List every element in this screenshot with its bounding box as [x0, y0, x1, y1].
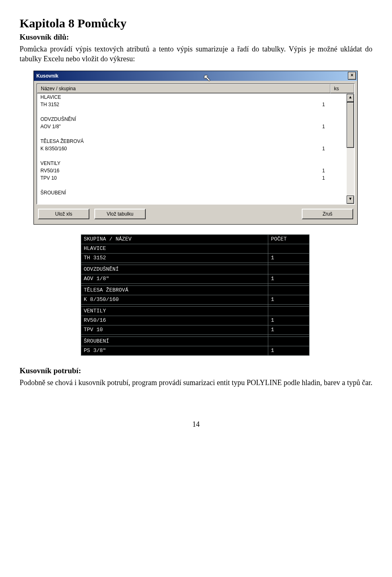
page-number: 14 [20, 420, 372, 429]
cad-cell-name: PS 3/8" [81, 346, 268, 355]
dialog-title: Kusovník [36, 73, 348, 79]
cad-cell-name: TH 3152 [81, 253, 268, 263]
list-cell-name: VENTILY [40, 160, 322, 167]
list-cell-name: AOV 1/8" [40, 123, 322, 130]
cad-cell-count [268, 265, 310, 274]
cad-row: ODVZDUŠNĚNÍ [81, 265, 310, 274]
cad-cell-name: ODVZDUŠNĚNÍ [81, 265, 268, 274]
cad-cell-name: K 8/350/160 [81, 295, 268, 304]
cad-row: VENTILY [81, 306, 310, 316]
cad-cell-count [268, 306, 310, 316]
list-row[interactable]: TH 31521 [37, 101, 354, 108]
section-title-kusovnik-dilu: Kusovník dílů: [20, 33, 372, 42]
kusovnik-dialog: Kusovník ↖ × Název / skupina ks HLAVICET… [33, 71, 358, 225]
list-row[interactable] [37, 152, 354, 160]
scroll-down-button[interactable]: ▼ [347, 196, 354, 204]
scroll-track[interactable] [347, 148, 354, 196]
list-cell-name [40, 108, 322, 116]
cad-cell-name: RV50/16 [81, 316, 268, 325]
cad-table-image: SKUPINA / NÁZEV POČET HLAVICETH 31521ODV… [81, 234, 310, 356]
cad-cell-count: 1 [268, 253, 310, 263]
save-xls-button[interactable]: Ulož xls [38, 209, 89, 219]
scroll-up-button[interactable]: ▲ [347, 94, 354, 102]
list-cell-name: TH 3152 [40, 101, 322, 108]
list-row[interactable]: TĚLESA ŽEBROVÁ [37, 138, 354, 145]
cad-row: HLAVICE [81, 244, 310, 253]
close-button[interactable]: × [348, 72, 356, 80]
cad-header-row: SKUPINA / NÁZEV POČET [81, 234, 310, 244]
list-cell-name [40, 182, 322, 189]
cad-cell-name: TPV 10 [81, 325, 268, 334]
cad-cell-count: 1 [268, 346, 310, 355]
list-row[interactable]: ŠROUBENÍ [37, 189, 354, 196]
cad-row: TPV 101 [81, 325, 310, 334]
list-row[interactable] [37, 182, 354, 189]
cad-cell-count: 1 [268, 316, 310, 325]
cad-row: PS 3/8"1 [81, 346, 310, 355]
list-cell-name: TĚLESA ŽEBROVÁ [40, 138, 322, 145]
list-row[interactable] [37, 130, 354, 138]
cad-cell-name: HLAVICE [81, 244, 268, 253]
col-ks[interactable]: ks [330, 84, 354, 93]
list-row[interactable]: RV50/161 [37, 167, 354, 174]
list-cell-name [40, 152, 322, 160]
cad-cell-name: ŠROUBENÍ [81, 336, 268, 346]
list-row[interactable]: ODVZDUŠNĚNÍ [37, 116, 354, 123]
list-cell-name: ODVZDUŠNĚNÍ [40, 116, 322, 123]
list-body[interactable]: HLAVICETH 31521ODVZDUŠNĚNÍAOV 1/8"1TĚLES… [37, 94, 354, 204]
list-cell-name: K 8/350/160 [40, 145, 322, 152]
list-cell-name: HLAVICE [40, 94, 322, 101]
cad-cell-count: 1 [268, 295, 310, 304]
cad-cell-name: AOV 1/8" [81, 274, 268, 283]
cad-cell-count: 1 [268, 325, 310, 334]
cad-hdr-count: POČET [268, 234, 310, 244]
list-row[interactable]: VENTILY [37, 160, 354, 167]
cad-row: RV50/161 [81, 316, 310, 325]
dialog-button-row: Ulož xls Vlož tabulku Zruš [36, 205, 355, 222]
section-title-kusovnik-potrubi: Kusovník potrubí: [20, 366, 372, 375]
page-heading: Kapitola 8 Pomůcky [20, 16, 372, 30]
cad-cell-count: 1 [268, 274, 310, 283]
cad-cell-count [268, 336, 310, 346]
vertical-scrollbar[interactable]: ▲ ▼ [347, 94, 354, 204]
kusovnik-list: Název / skupina ks HLAVICETH 31521ODVZDU… [36, 83, 355, 205]
dialog-titlebar[interactable]: Kusovník ↖ × [34, 71, 357, 81]
cad-cell-count [268, 244, 310, 253]
insert-table-button[interactable]: Vlož tabulku [94, 209, 146, 219]
list-row[interactable]: AOV 1/8"1 [37, 123, 354, 130]
scroll-thumb[interactable] [347, 102, 354, 148]
list-cell-name [40, 130, 322, 138]
list-cell-name: RV50/16 [40, 167, 322, 174]
list-row[interactable] [37, 108, 354, 116]
cad-cell-name: TĚLESA ŽEBROVÁ [81, 285, 268, 295]
list-header: Název / skupina ks [37, 84, 354, 94]
cad-cell-name: VENTILY [81, 306, 268, 316]
cad-row: TH 31521 [81, 253, 310, 263]
cad-row: TĚLESA ŽEBROVÁ [81, 285, 310, 295]
cad-row: AOV 1/8"1 [81, 274, 310, 283]
section-body-2: Podobně se chová i kusovník potrubí, pro… [20, 378, 372, 388]
list-row[interactable]: K 8/350/1601 [37, 145, 354, 152]
cad-hdr-name: SKUPINA / NÁZEV [81, 234, 268, 244]
cancel-button[interactable]: Zruš [302, 209, 353, 219]
list-row[interactable]: TPV 101 [37, 174, 354, 182]
section-body-1: Pomůcka provádí výpis textových atributů… [20, 44, 372, 64]
list-cell-name: TPV 10 [40, 174, 322, 182]
list-row[interactable]: HLAVICE [37, 94, 354, 101]
cad-cell-count [268, 285, 310, 295]
cad-row: ŠROUBENÍ [81, 336, 310, 346]
col-name[interactable]: Název / skupina [37, 84, 330, 93]
cad-row: K 8/350/1601 [81, 295, 310, 304]
list-cell-name: ŠROUBENÍ [40, 189, 322, 196]
